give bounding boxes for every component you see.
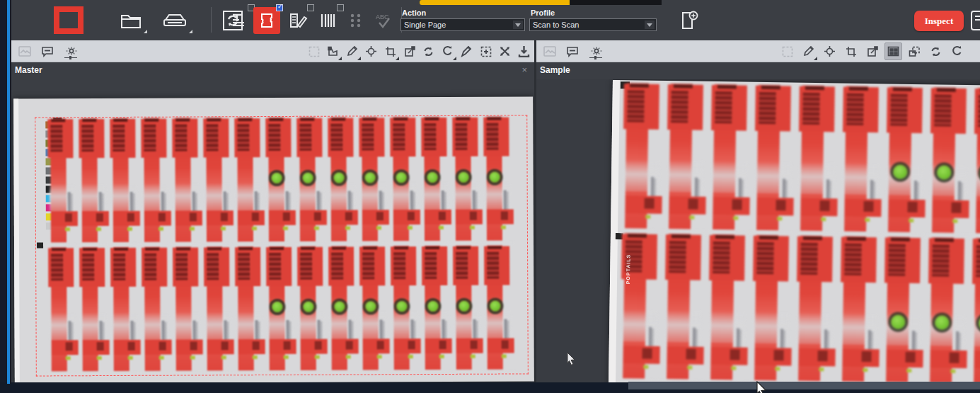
color-inspection-button[interactable]: [284, 7, 311, 34]
chevron-down-icon: [357, 57, 361, 60]
thumbnail-icon: [18, 46, 31, 57]
crosshair-icon: [365, 45, 377, 57]
color-inspection-checkbox[interactable]: [307, 4, 314, 11]
add-frame-button[interactable]: [477, 42, 495, 60]
print-label: [752, 85, 798, 232]
master-panel-toolbar: [11, 40, 534, 62]
import-image-button[interactable]: [515, 42, 533, 60]
label-rows: [618, 83, 980, 382]
add-frame-icon: [480, 46, 492, 57]
paper-edge: [609, 80, 620, 382]
refresh-button[interactable]: [927, 42, 945, 60]
crosshair-tool-button[interactable]: [821, 42, 838, 60]
inspection-region-outline[interactable]: [35, 115, 529, 376]
braille-inspection-button: [344, 7, 368, 34]
thumbnail-button: [16, 42, 33, 60]
comment-button[interactable]: [38, 42, 56, 60]
print-label: [884, 86, 930, 234]
rotate-button[interactable]: [439, 42, 456, 60]
print-label: [840, 86, 886, 234]
horizontal-scrollbar[interactable]: [628, 382, 980, 389]
refresh-icon: [422, 46, 434, 57]
green-dot-marker: [937, 165, 951, 179]
profile-label: Profile: [531, 8, 555, 17]
sample-scan-image[interactable]: POPTAILS: [609, 80, 980, 382]
scanner-icon: [161, 11, 188, 30]
actual-size-button[interactable]: [863, 42, 881, 60]
actual-size-button[interactable]: [400, 42, 418, 60]
crop-tool-button[interactable]: [842, 42, 860, 60]
brightness-slider[interactable]: [64, 57, 77, 59]
chevron-down-icon: [338, 57, 342, 60]
barcode-inspection-button[interactable]: [316, 7, 341, 34]
brightness-button[interactable]: [587, 42, 605, 60]
overlapping-window-strip-yellow: [420, 0, 570, 5]
actual-size-icon: [867, 46, 878, 57]
eyedropper-icon: [461, 45, 473, 57]
label-row: [621, 83, 980, 239]
action-dropdown-value: Single Page: [404, 21, 446, 29]
pencil-icon: [802, 45, 814, 57]
viewports-row: POPTAILS: [11, 79, 980, 382]
profile-dropdown-value: Scan to Scan: [533, 21, 579, 29]
panel-toolbars-row: [11, 40, 980, 62]
import-icon: [518, 45, 530, 57]
text-inspection-button[interactable]: [226, 7, 252, 34]
chevron-down-icon: [513, 21, 523, 29]
master-panel-title: Master: [15, 65, 42, 75]
graphics-inspection-button[interactable]: [253, 7, 280, 34]
fit-both-button[interactable]: [496, 42, 514, 60]
grid-view-button[interactable]: [884, 42, 902, 60]
label-row: [618, 233, 980, 382]
fit-both-icon: [499, 45, 511, 57]
sample-viewport[interactable]: POPTAILS: [536, 79, 980, 382]
brand-text-vertical: POPTAILS: [626, 234, 634, 284]
crop-tool-button[interactable]: [381, 42, 399, 60]
print-label: [882, 237, 928, 382]
pencil-tool-button[interactable]: [800, 42, 817, 60]
crosshair-icon: [824, 45, 836, 57]
pencil-tool-button[interactable]: [343, 42, 361, 60]
eyedropper-button[interactable]: [458, 42, 475, 60]
print-label: [928, 87, 974, 234]
print-label: [662, 234, 708, 381]
scan-button[interactable]: [156, 7, 193, 34]
zone-tool-button[interactable]: [324, 42, 342, 60]
color-inspection-icon: [288, 11, 308, 30]
action-dropdown[interactable]: Single Page: [400, 18, 525, 31]
inspect-button[interactable]: Inspect: [914, 11, 964, 31]
brightness-button[interactable]: [62, 42, 80, 60]
mouse-cursor: [566, 352, 577, 366]
thumbnail-button: [541, 42, 558, 60]
mouse-cursor: [756, 381, 768, 393]
report-button[interactable]: [969, 7, 980, 34]
brightness-icon: [66, 47, 77, 57]
inspection-application-window: ABC Action Single Page Profile Scan to S…: [0, 0, 980, 393]
brightness-icon: [591, 47, 602, 57]
profile-dropdown[interactable]: Scan to Scan: [529, 18, 657, 31]
marquee-select-button: [778, 42, 796, 60]
paper-edge: [13, 99, 20, 382]
green-dot-marker: [893, 164, 907, 178]
graphics-inspection-checkbox[interactable]: [276, 4, 283, 11]
master-viewport[interactable]: [11, 79, 534, 382]
barcode-inspection-checkbox[interactable]: [337, 4, 344, 11]
graphics-inspection-icon: [258, 11, 275, 30]
chevron-down-icon: [814, 57, 817, 60]
print-label: [838, 237, 884, 382]
comment-button[interactable]: [563, 42, 581, 60]
master-panel-close-button[interactable]: ×: [521, 64, 527, 75]
marquee-icon: [782, 46, 793, 57]
main-toolbar: ABC Action Single Page Profile Scan to S…: [11, 0, 980, 40]
rotate-button[interactable]: [948, 42, 966, 60]
master-scan-image[interactable]: [13, 96, 534, 382]
crosshair-tool-button[interactable]: [362, 42, 380, 60]
new-profile-icon: [679, 10, 699, 31]
brightness-slider[interactable]: [589, 57, 602, 59]
svg-text:ABC: ABC: [376, 13, 389, 21]
fit-window-icon: [909, 46, 921, 57]
new-profile-button[interactable]: [675, 7, 703, 34]
fit-window-button[interactable]: [906, 42, 923, 60]
refresh-button[interactable]: [420, 42, 437, 60]
open-file-button[interactable]: [114, 7, 148, 34]
